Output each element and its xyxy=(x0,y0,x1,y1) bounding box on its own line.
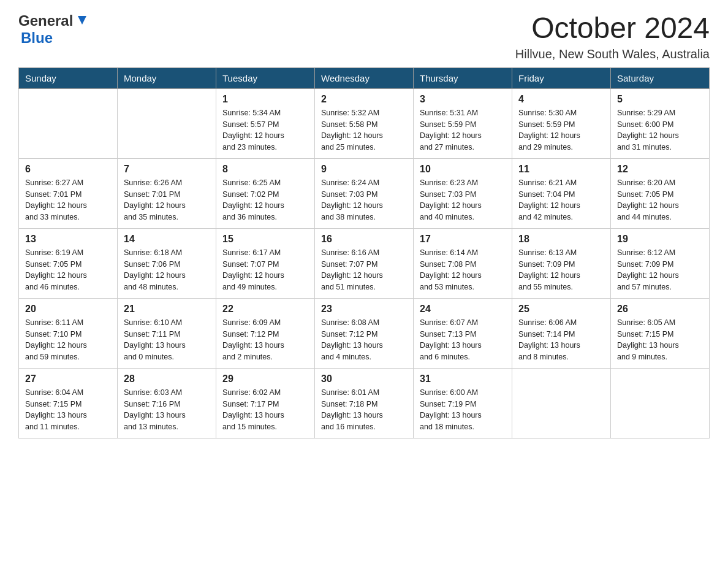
calendar-week-row: 20Sunrise: 6:11 AMSunset: 7:10 PMDayligh… xyxy=(19,298,710,368)
logo: General Blue xyxy=(18,12,89,47)
day-info: Sunrise: 5:31 AMSunset: 5:59 PMDaylight:… xyxy=(420,107,506,153)
day-number: 4 xyxy=(518,94,604,105)
calendar-week-row: 13Sunrise: 6:19 AMSunset: 7:05 PMDayligh… xyxy=(19,228,710,298)
calendar-table: SundayMondayTuesdayWednesdayThursdayFrid… xyxy=(18,67,710,439)
calendar-cell: 1Sunrise: 5:34 AMSunset: 5:57 PMDaylight… xyxy=(216,88,315,158)
calendar-cell: 22Sunrise: 6:09 AMSunset: 7:12 PMDayligh… xyxy=(216,298,315,368)
day-info: Sunrise: 6:26 AMSunset: 7:01 PMDaylight:… xyxy=(124,177,210,223)
day-number: 16 xyxy=(321,234,407,245)
day-info: Sunrise: 6:21 AMSunset: 7:04 PMDaylight:… xyxy=(518,177,604,223)
calendar-week-row: 6Sunrise: 6:27 AMSunset: 7:01 PMDaylight… xyxy=(19,158,710,228)
calendar-cell: 15Sunrise: 6:17 AMSunset: 7:07 PMDayligh… xyxy=(216,228,315,298)
calendar-week-row: 1Sunrise: 5:34 AMSunset: 5:57 PMDaylight… xyxy=(19,88,710,158)
day-number: 21 xyxy=(124,304,210,315)
day-number: 19 xyxy=(617,234,703,245)
day-number: 28 xyxy=(124,373,210,385)
day-number: 7 xyxy=(124,164,210,175)
day-info: Sunrise: 6:27 AMSunset: 7:01 PMDaylight:… xyxy=(25,177,111,223)
day-info: Sunrise: 6:04 AMSunset: 7:15 PMDaylight:… xyxy=(25,387,111,433)
calendar-cell: 19Sunrise: 6:12 AMSunset: 7:09 PMDayligh… xyxy=(611,228,710,298)
calendar-cell: 11Sunrise: 6:21 AMSunset: 7:04 PMDayligh… xyxy=(512,158,611,228)
day-number: 24 xyxy=(420,304,506,315)
calendar-cell: 10Sunrise: 6:23 AMSunset: 7:03 PMDayligh… xyxy=(414,158,512,228)
calendar-cell: 2Sunrise: 5:32 AMSunset: 5:58 PMDaylight… xyxy=(315,88,414,158)
day-info: Sunrise: 5:29 AMSunset: 6:00 PMDaylight:… xyxy=(617,107,703,153)
title-block: October 2024 Hillvue, New South Wales, A… xyxy=(515,12,710,61)
calendar-cell: 21Sunrise: 6:10 AMSunset: 7:11 PMDayligh… xyxy=(118,298,216,368)
calendar-cell: 28Sunrise: 6:03 AMSunset: 7:16 PMDayligh… xyxy=(118,368,216,438)
calendar-cell: 9Sunrise: 6:24 AMSunset: 7:03 PMDaylight… xyxy=(315,158,414,228)
calendar-cell: 29Sunrise: 6:02 AMSunset: 7:17 PMDayligh… xyxy=(216,368,315,438)
month-year-title: October 2024 xyxy=(515,12,710,45)
day-info: Sunrise: 6:19 AMSunset: 7:05 PMDaylight:… xyxy=(25,247,111,293)
day-number: 1 xyxy=(222,94,308,105)
logo-general-text: General xyxy=(18,12,73,29)
day-info: Sunrise: 6:20 AMSunset: 7:05 PMDaylight:… xyxy=(617,177,703,223)
day-info: Sunrise: 6:08 AMSunset: 7:12 PMDaylight:… xyxy=(321,317,407,363)
day-number: 27 xyxy=(25,373,111,385)
day-number: 17 xyxy=(420,234,506,245)
day-number: 26 xyxy=(617,304,703,315)
day-number: 31 xyxy=(420,373,506,385)
calendar-week-row: 27Sunrise: 6:04 AMSunset: 7:15 PMDayligh… xyxy=(19,368,710,438)
day-info: Sunrise: 6:23 AMSunset: 7:03 PMDaylight:… xyxy=(420,177,506,223)
day-info: Sunrise: 6:17 AMSunset: 7:07 PMDaylight:… xyxy=(222,247,308,293)
calendar-cell xyxy=(19,88,118,158)
day-number: 22 xyxy=(222,304,308,315)
day-info: Sunrise: 6:10 AMSunset: 7:11 PMDaylight:… xyxy=(124,317,210,363)
weekday-header-saturday: Saturday xyxy=(611,67,710,88)
calendar-cell: 14Sunrise: 6:18 AMSunset: 7:06 PMDayligh… xyxy=(118,228,216,298)
calendar-cell: 4Sunrise: 5:30 AMSunset: 5:59 PMDaylight… xyxy=(512,88,611,158)
day-number: 23 xyxy=(321,304,407,315)
calendar-cell xyxy=(512,368,611,438)
day-info: Sunrise: 5:32 AMSunset: 5:58 PMDaylight:… xyxy=(321,107,407,153)
day-info: Sunrise: 6:12 AMSunset: 7:09 PMDaylight:… xyxy=(617,247,703,293)
calendar-cell: 16Sunrise: 6:16 AMSunset: 7:07 PMDayligh… xyxy=(315,228,414,298)
logo-triangle-icon xyxy=(75,13,89,29)
calendar-cell: 26Sunrise: 6:05 AMSunset: 7:15 PMDayligh… xyxy=(611,298,710,368)
day-number: 20 xyxy=(25,304,111,315)
calendar-cell: 5Sunrise: 5:29 AMSunset: 6:00 PMDaylight… xyxy=(611,88,710,158)
day-number: 30 xyxy=(321,373,407,385)
day-number: 2 xyxy=(321,94,407,105)
calendar-cell: 23Sunrise: 6:08 AMSunset: 7:12 PMDayligh… xyxy=(315,298,414,368)
day-number: 8 xyxy=(222,164,308,175)
day-info: Sunrise: 6:11 AMSunset: 7:10 PMDaylight:… xyxy=(25,317,111,363)
day-number: 5 xyxy=(617,94,703,105)
weekday-header-sunday: Sunday xyxy=(19,67,118,88)
weekday-header-thursday: Thursday xyxy=(414,67,512,88)
day-info: Sunrise: 6:16 AMSunset: 7:07 PMDaylight:… xyxy=(321,247,407,293)
day-info: Sunrise: 6:13 AMSunset: 7:09 PMDaylight:… xyxy=(518,247,604,293)
day-info: Sunrise: 6:03 AMSunset: 7:16 PMDaylight:… xyxy=(124,387,210,433)
calendar-cell: 30Sunrise: 6:01 AMSunset: 7:18 PMDayligh… xyxy=(315,368,414,438)
day-number: 25 xyxy=(518,304,604,315)
calendar-cell: 18Sunrise: 6:13 AMSunset: 7:09 PMDayligh… xyxy=(512,228,611,298)
calendar-cell: 31Sunrise: 6:00 AMSunset: 7:19 PMDayligh… xyxy=(414,368,512,438)
calendar-cell: 3Sunrise: 5:31 AMSunset: 5:59 PMDaylight… xyxy=(414,88,512,158)
calendar-cell: 27Sunrise: 6:04 AMSunset: 7:15 PMDayligh… xyxy=(19,368,118,438)
logo-blue-text: Blue xyxy=(21,29,53,46)
day-number: 9 xyxy=(321,164,407,175)
location-subtitle: Hillvue, New South Wales, Australia xyxy=(515,47,710,61)
calendar-cell: 12Sunrise: 6:20 AMSunset: 7:05 PMDayligh… xyxy=(611,158,710,228)
calendar-cell xyxy=(118,88,216,158)
calendar-cell: 13Sunrise: 6:19 AMSunset: 7:05 PMDayligh… xyxy=(19,228,118,298)
calendar-cell xyxy=(611,368,710,438)
svg-marker-0 xyxy=(78,16,86,25)
day-number: 18 xyxy=(518,234,604,245)
weekday-header-friday: Friday xyxy=(512,67,611,88)
day-info: Sunrise: 5:34 AMSunset: 5:57 PMDaylight:… xyxy=(222,107,308,153)
calendar-cell: 20Sunrise: 6:11 AMSunset: 7:10 PMDayligh… xyxy=(19,298,118,368)
calendar-cell: 6Sunrise: 6:27 AMSunset: 7:01 PMDaylight… xyxy=(19,158,118,228)
day-info: Sunrise: 6:00 AMSunset: 7:19 PMDaylight:… xyxy=(420,387,506,433)
day-info: Sunrise: 6:09 AMSunset: 7:12 PMDaylight:… xyxy=(222,317,308,363)
day-info: Sunrise: 6:24 AMSunset: 7:03 PMDaylight:… xyxy=(321,177,407,223)
day-info: Sunrise: 6:18 AMSunset: 7:06 PMDaylight:… xyxy=(124,247,210,293)
day-number: 13 xyxy=(25,234,111,245)
weekday-header-row: SundayMondayTuesdayWednesdayThursdayFrid… xyxy=(19,67,710,88)
day-number: 6 xyxy=(25,164,111,175)
day-number: 15 xyxy=(222,234,308,245)
weekday-header-wednesday: Wednesday xyxy=(315,67,414,88)
weekday-header-tuesday: Tuesday xyxy=(216,67,315,88)
day-number: 29 xyxy=(222,373,308,385)
